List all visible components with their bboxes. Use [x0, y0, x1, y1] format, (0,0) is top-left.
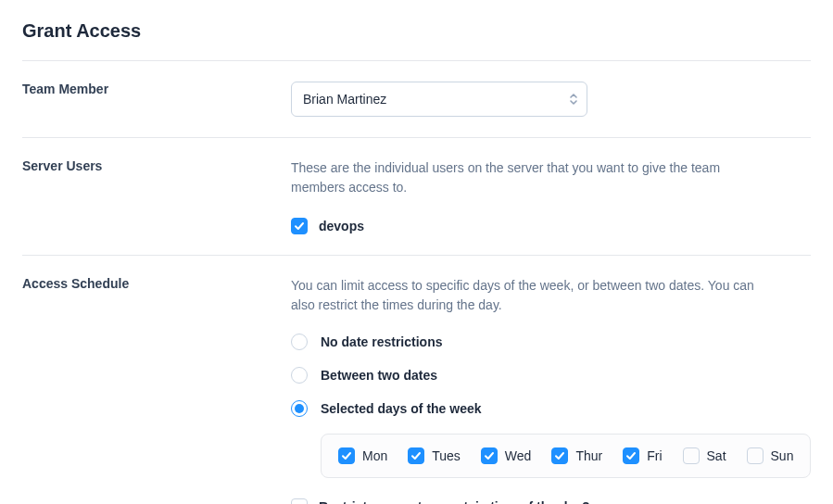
restrict-time-checkbox[interactable] — [291, 498, 308, 504]
team-member-select[interactable]: Brian Martinez — [291, 82, 587, 117]
server-user-name: devops — [319, 219, 364, 233]
schedule-option-radio[interactable] — [291, 334, 308, 350]
section-server-users: Server Users These are the individual us… — [22, 138, 811, 255]
team-member-label: Team Member — [22, 82, 291, 117]
access-schedule-label: Access Schedule — [22, 276, 291, 504]
restrict-time-row: Restrict access to a certain time of the… — [291, 498, 811, 504]
day-checkbox[interactable] — [747, 447, 764, 464]
schedule-option-label: Selected days of the week — [321, 401, 482, 416]
day-option: Wed — [481, 447, 532, 464]
day-checkbox[interactable] — [623, 447, 639, 464]
schedule-option-radio[interactable] — [291, 367, 308, 384]
page-title: Grant Access — [22, 20, 811, 42]
schedule-option-label: No date restrictions — [321, 334, 442, 349]
day-option: Sun — [747, 447, 794, 464]
section-team-member: Team Member Brian Martinez — [22, 61, 811, 137]
access-schedule-description: You can limit access to specific days of… — [291, 276, 773, 315]
day-label: Thur — [575, 448, 602, 463]
server-users-label: Server Users — [22, 158, 291, 234]
server-users-description: These are the individual users on the se… — [291, 158, 773, 197]
day-option: Tues — [408, 447, 461, 464]
day-checkbox[interactable] — [551, 447, 568, 464]
day-label: Mon — [362, 448, 387, 463]
day-option: Thur — [551, 447, 602, 464]
schedule-option-radio[interactable] — [291, 400, 308, 417]
day-checkbox[interactable] — [338, 447, 355, 464]
day-label: Wed — [505, 448, 532, 463]
day-option: Sat — [683, 447, 726, 464]
server-user-checkbox[interactable] — [291, 218, 308, 234]
day-label: Tues — [432, 448, 461, 463]
server-user-row: devops — [291, 218, 811, 234]
day-option: Fri — [623, 447, 662, 464]
schedule-option-label: Between two dates — [321, 368, 437, 383]
schedule-option-row: Selected days of the week — [291, 400, 811, 417]
schedule-option-row: No date restrictions — [291, 334, 811, 350]
days-of-week-box: MonTuesWedThurFriSatSun — [321, 434, 811, 478]
day-label: Fri — [647, 448, 662, 463]
schedule-option-row: Between two dates — [291, 367, 811, 384]
restrict-time-label: Restrict access to a certain time of the… — [319, 499, 590, 504]
day-option: Mon — [338, 447, 387, 464]
day-checkbox[interactable] — [408, 447, 424, 464]
day-label: Sat — [707, 448, 726, 463]
day-checkbox[interactable] — [683, 447, 700, 464]
team-member-selected: Brian Martinez — [303, 92, 386, 107]
section-access-schedule: Access Schedule You can limit access to … — [22, 256, 811, 504]
day-checkbox[interactable] — [481, 447, 498, 464]
day-label: Sun — [771, 448, 794, 463]
